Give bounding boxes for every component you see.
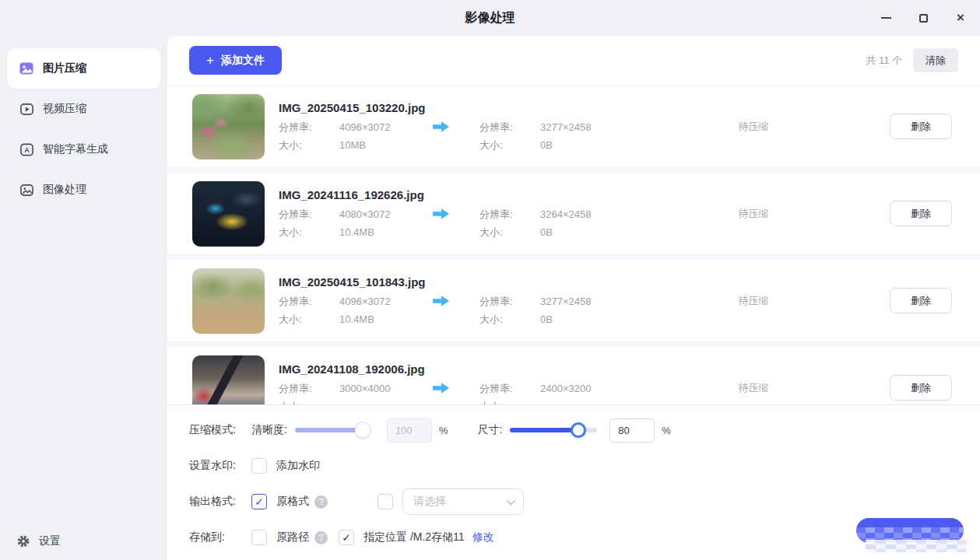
minimize-icon	[881, 17, 891, 19]
size-label: 大小:	[479, 139, 540, 152]
original-format-label: 原格式	[276, 495, 309, 509]
target-resolution: 3277×2458	[540, 121, 632, 134]
clarity-slider-handle[interactable]	[354, 422, 371, 439]
target-size: 0B	[540, 139, 632, 152]
original-path-checkbox[interactable]	[251, 530, 267, 545]
watermark-row: 设置水印: 添加水印	[189, 453, 958, 479]
delete-button[interactable]: 删除	[890, 288, 952, 313]
add-file-button[interactable]: + 添加文件	[189, 46, 282, 75]
gear-icon	[16, 534, 31, 549]
file-info: IMG_20241116_192626.jpg 分辨率:4080×3072 大小…	[279, 188, 691, 239]
size-slider-fill	[510, 428, 578, 432]
svg-text:A: A	[24, 146, 30, 154]
row-separator	[167, 254, 980, 260]
clarity-slider[interactable]	[295, 428, 370, 432]
resolution-label: 分辨率:	[279, 383, 339, 395]
specified-location-checkbox[interactable]: ✓	[339, 530, 354, 545]
file-name: IMG_20250415_101843.jpg	[279, 275, 691, 289]
original-path-label: 原路径	[276, 530, 309, 544]
watermark-label: 设置水印:	[189, 459, 251, 473]
sidebar-item-image-process[interactable]: 图像处理	[7, 170, 160, 210]
compress-mode-label: 压缩模式:	[189, 423, 251, 437]
row-separator	[167, 341, 980, 347]
size-label: 大小:	[279, 313, 339, 326]
file-count: 共 11 个	[866, 54, 902, 68]
plus-icon: +	[206, 53, 214, 68]
size-label: 大小:	[479, 226, 540, 239]
source-resolution: 4080×3072	[339, 208, 431, 221]
size-input[interactable]	[609, 418, 655, 443]
help-icon[interactable]: ?	[314, 495, 328, 509]
custom-format-checkbox[interactable]	[378, 494, 393, 509]
image-process-icon	[19, 182, 34, 198]
clear-button[interactable]: 清除	[913, 48, 958, 72]
sidebar-item-video-compress[interactable]: 视频压缩	[7, 89, 160, 129]
maximize-icon	[919, 14, 928, 23]
compress-mode-row: 压缩模式: 清晰度: % 尺寸: %	[189, 417, 958, 443]
status-badge: 待压缩	[691, 207, 816, 221]
window-title: 影像处理	[465, 10, 515, 26]
file-thumbnail	[192, 355, 265, 405]
check-icon: ✓	[255, 495, 264, 508]
add-watermark-checkbox[interactable]	[251, 458, 267, 474]
sidebar-item-label: 智能字幕生成	[43, 142, 108, 156]
table-row: IMG_20250415_103220.jpg 分辨率:4096×3072 大小…	[189, 86, 958, 167]
source-resolution: 3000×4000	[339, 383, 431, 395]
sidebar-item-subtitle-generate[interactable]: A 智能字幕生成	[7, 129, 160, 170]
help-icon[interactable]: ?	[314, 531, 328, 544]
toolbar-right: 共 11 个 清除	[866, 48, 958, 72]
modify-link[interactable]: 修改	[472, 530, 494, 544]
size-slider[interactable]	[510, 428, 597, 432]
arrow-right-icon	[431, 121, 479, 152]
source-resolution: 4096×3072	[339, 296, 431, 308]
source-size: 10.4MB	[339, 313, 431, 326]
arrow-right-icon	[431, 208, 479, 239]
size-slider-handle[interactable]	[571, 422, 586, 438]
percent-sign: %	[662, 425, 671, 436]
resolution-label: 分辨率:	[479, 296, 540, 308]
minimize-button[interactable]	[879, 11, 893, 25]
target-size: 0B	[540, 313, 632, 326]
clarity-label: 清晰度:	[251, 423, 287, 437]
clarity-input[interactable]	[387, 418, 432, 443]
resolution-label: 分辨率:	[479, 383, 540, 395]
source-size: 10MB	[339, 139, 431, 152]
source-size: 10.4MB	[339, 226, 431, 239]
target-resolution: 2400×3200	[540, 383, 632, 395]
size-label: 尺寸:	[477, 423, 502, 437]
status-badge: 待压缩	[691, 294, 816, 308]
sidebar-item-settings[interactable]: 设置	[16, 534, 61, 549]
video-compress-icon	[19, 101, 34, 117]
size-label: 大小:	[279, 226, 339, 239]
file-info: IMG_20241108_192006.jpg 分辨率:3000×4000 大小…	[279, 362, 691, 404]
delete-button[interactable]: 删除	[890, 375, 952, 401]
file-name: IMG_20241116_192626.jpg	[279, 188, 691, 201]
table-row: IMG_20241116_192626.jpg 分辨率:4080×3072 大小…	[189, 173, 958, 254]
save-to-row: 存储到: 原路径 ? ✓ 指定位置 /M.2存储11 修改	[189, 524, 958, 551]
maximize-button[interactable]	[916, 11, 930, 25]
window-controls: ×	[879, 0, 968, 36]
sidebar-item-image-compress[interactable]: 图片压缩	[7, 48, 160, 89]
format-select[interactable]: 请选择	[402, 488, 524, 515]
check-icon: ✓	[342, 531, 351, 544]
subtitle-icon: A	[19, 142, 34, 157]
settings-label: 设置	[39, 534, 61, 548]
file-list: IMG_20250415_103220.jpg 分辨率:4096×3072 大小…	[167, 86, 980, 404]
delete-button[interactable]: 删除	[890, 114, 952, 139]
resolution-label: 分辨率:	[279, 121, 339, 134]
image-compress-icon	[19, 61, 34, 76]
arrow-right-icon	[431, 382, 479, 404]
delete-button[interactable]: 删除	[890, 201, 952, 226]
file-thumbnail	[192, 94, 265, 159]
file-name: IMG_20241108_192006.jpg	[279, 362, 691, 376]
size-label: 大小:	[279, 139, 339, 152]
start-compress-button-censored[interactable]	[856, 518, 964, 554]
arrow-right-icon	[431, 295, 479, 326]
settings-panel: 压缩模式: 清晰度: % 尺寸: % 设置水印: 添加水印	[167, 404, 980, 560]
original-format-checkbox[interactable]: ✓	[251, 494, 267, 509]
resolution-label: 分辨率:	[279, 296, 339, 308]
close-button[interactable]: ×	[954, 11, 968, 25]
status-badge: 待压缩	[691, 120, 816, 134]
percent-sign: %	[439, 425, 448, 436]
sidebar-item-label: 图片压缩	[43, 61, 86, 75]
